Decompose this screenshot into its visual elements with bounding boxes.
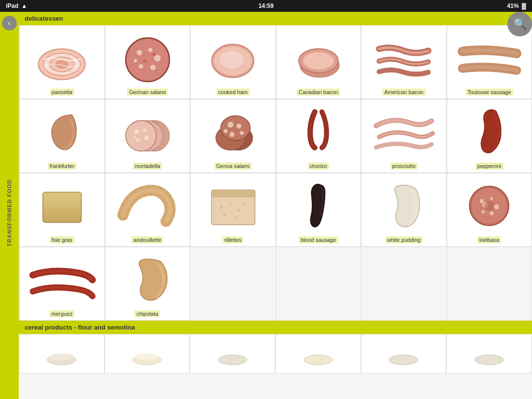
svg-point-46: [229, 202, 231, 204]
sidebar-category-label: TRANSFORMED FOOD: [6, 179, 12, 246]
status-time: 14:59: [259, 2, 274, 9]
list-item[interactable]: white pudding: [361, 173, 447, 247]
list-item[interactable]: kielbasa: [447, 173, 532, 247]
list-item[interactable]: rillettes: [190, 173, 276, 247]
list-item[interactable]: American bacon: [361, 25, 447, 99]
toulouse-sausage-illustration: [450, 30, 529, 87]
svg-point-21: [303, 52, 333, 70]
cereal-item-3[interactable]: [190, 334, 275, 373]
svg-point-26: [134, 129, 139, 133]
cereal-item-1[interactable]: [19, 334, 104, 373]
merguez-label: merguez: [49, 310, 74, 317]
svg-point-10: [138, 64, 143, 68]
svg-point-33: [221, 116, 250, 140]
svg-point-63: [134, 354, 159, 360]
svg-point-59: [484, 201, 494, 211]
svg-rect-44: [211, 190, 255, 197]
back-button[interactable]: ‹: [2, 16, 17, 31]
genoa-salami-label: Genoa salami: [214, 163, 252, 169]
svg-rect-40: [43, 192, 81, 222]
wifi-icon: ▲: [21, 2, 27, 9]
andouillette-label: andouillette: [132, 236, 163, 243]
delicatessen-row-2: frankfurter: [19, 99, 532, 173]
mortadella-illustration: [108, 103, 187, 161]
sidebar: ‹ TRANSFORMED FOOD: [0, 12, 19, 399]
status-right: 41% ▓: [507, 2, 526, 9]
chipolata-illustration: [108, 251, 187, 308]
list-item[interactable]: merguez: [19, 247, 105, 321]
list-item[interactable]: Genoa salami: [190, 99, 276, 173]
list-item[interactable]: foie gras: [19, 173, 105, 247]
empty-cell: [361, 247, 447, 321]
svg-point-48: [244, 203, 246, 205]
search-button[interactable]: 🔍: [507, 12, 532, 36]
svg-point-8: [154, 55, 161, 61]
svg-point-57: [482, 210, 485, 213]
blood-sausage-label: blood sausage: [299, 236, 338, 243]
svg-point-65: [304, 355, 332, 365]
svg-point-13: [152, 53, 156, 56]
merguez-illustration: [23, 251, 101, 308]
german-salami-illustration: [108, 30, 187, 87]
white-pudding-label: white pudding: [385, 236, 423, 243]
cooked-ham-label: cooked ham: [216, 89, 250, 96]
cereal-item-2[interactable]: [104, 334, 190, 373]
american-bacon-illustration: [365, 30, 443, 87]
svg-point-27: [143, 129, 146, 132]
device-label: iPad: [6, 2, 18, 9]
list-item[interactable]: prosciutto: [361, 99, 447, 173]
list-item[interactable]: cooked ham: [190, 25, 276, 99]
svg-point-56: [490, 211, 494, 215]
svg-point-7: [148, 48, 152, 52]
svg-point-61: [49, 354, 74, 360]
battery-icon: ▓: [522, 2, 526, 9]
empty-cell: [447, 247, 532, 321]
delicatessen-row-1: pancetta: [19, 25, 532, 99]
pepperoni-illustration: [450, 103, 529, 161]
list-item[interactable]: chorizo: [276, 99, 362, 173]
list-item[interactable]: chipolata: [105, 247, 191, 321]
delicatessen-row-3: foie gras andouillette: [19, 173, 532, 247]
list-item[interactable]: blood sausage: [276, 173, 362, 247]
american-bacon-label: American bacon: [382, 89, 426, 96]
chorizo-label: chorizo: [308, 163, 329, 169]
cereal-item-4[interactable]: [275, 334, 361, 373]
cooked-ham-illustration: [194, 30, 272, 87]
svg-point-53: [480, 199, 484, 203]
svg-point-37: [230, 132, 234, 137]
svg-point-5: [127, 39, 168, 80]
svg-point-55: [494, 204, 499, 209]
svg-point-66: [389, 355, 418, 365]
svg-point-9: [150, 65, 156, 70]
delicatessen-row-4: merguez chipolata: [19, 247, 532, 321]
main-area: ‹ TRANSFORMED FOOD 🔍 delicatessen: [0, 12, 532, 399]
svg-point-30: [133, 136, 135, 138]
list-item[interactable]: pancetta: [19, 25, 105, 99]
svg-point-67: [475, 355, 503, 365]
battery-level: 41%: [507, 2, 519, 9]
empty-cell: [276, 247, 362, 321]
empty-cell: [190, 247, 276, 321]
rillettes-illustration: [194, 177, 272, 234]
prosciutto-illustration: [365, 103, 443, 161]
svg-point-29: [136, 138, 139, 142]
svg-point-6: [136, 50, 142, 55]
search-icon: 🔍: [513, 18, 527, 31]
frankfurter-label: frankfurter: [48, 163, 76, 169]
list-item[interactable]: Canadian bacon: [276, 25, 362, 99]
list-item[interactable]: German salami: [105, 25, 191, 99]
list-item[interactable]: pepperoni: [447, 99, 532, 173]
cereal-item-6[interactable]: [446, 334, 532, 373]
svg-point-54: [490, 197, 493, 200]
svg-point-38: [224, 129, 228, 133]
svg-point-34: [228, 122, 233, 128]
svg-point-45: [220, 206, 223, 209]
cereal-row: [19, 334, 532, 373]
svg-point-12: [143, 59, 146, 63]
svg-point-35: [236, 124, 241, 129]
list-item[interactable]: mortadella: [105, 99, 191, 173]
list-item[interactable]: andouillette: [105, 173, 191, 247]
list-item[interactable]: frankfurter: [19, 99, 105, 173]
svg-point-49: [223, 214, 226, 216]
cereal-item-5[interactable]: [361, 334, 447, 373]
